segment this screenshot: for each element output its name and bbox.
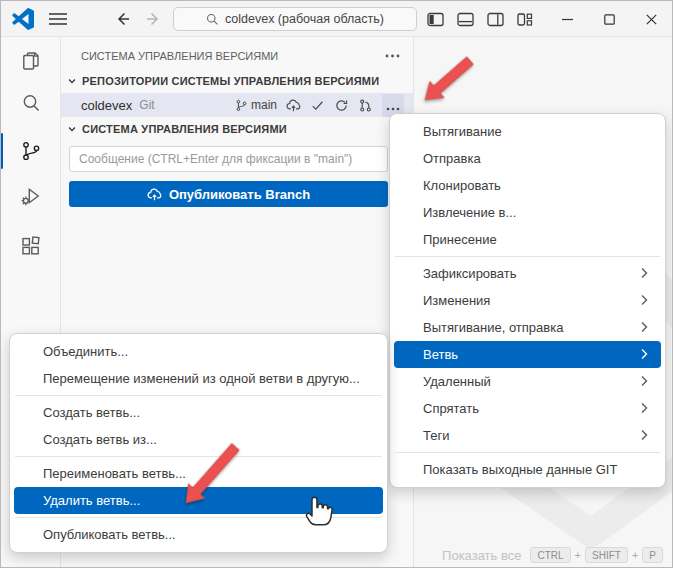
context-menu-item-remote[interactable]: Удаленный [394,368,661,395]
minimize-icon[interactable] [546,1,588,37]
menu-item-label: Зафиксировать [423,266,517,281]
menu-item-label: Теги [423,428,449,443]
submenu-chevron-icon [641,267,648,279]
context-menu-item-push[interactable]: Отправка [394,145,661,172]
layout-panel-icon[interactable] [450,6,480,32]
context-menu-item-branch[interactable]: Ветвь [394,341,661,368]
customize-layout-icon[interactable] [510,6,540,32]
show-all-commands-link[interactable]: Показать все [442,548,521,563]
branch-submenu: Объединить...Перемещение изменений из од… [9,333,388,553]
search-value: coldevex (рабочая область) [225,12,384,26]
menu-item-label: Спрятать [423,401,479,416]
context-menu-item-show-git-output[interactable]: Показать выходные данные GIT [394,456,661,483]
branch-submenu-separator [15,456,382,457]
repository-row[interactable]: coldevex Git main [61,93,413,117]
panel-header: СИСТЕМА УПРАВЛЕНИЯ ВЕРСИЯМИ [61,43,413,69]
keycap-ctrl: CTRL [530,547,570,563]
publish-cloud-icon[interactable] [286,98,301,113]
keycap-shift: SHIFT [585,547,628,563]
branch-submenu-item-create-branch-from[interactable]: Создать ветвь из... [14,426,383,453]
branch-submenu-separator [15,395,382,396]
refresh-icon[interactable] [334,98,349,113]
command-palette-hint: Показать все CTRL+SHIFT+P [442,547,663,563]
menu-item-label: Клонировать [423,178,501,193]
layout-sidebar-left-icon[interactable] [420,6,450,32]
submenu-chevron-icon [641,321,648,333]
close-icon[interactable] [630,1,672,37]
menu-item-label: Перемещение изменений из одной ветви в д… [43,371,360,386]
publish-branch-button[interactable]: Опубликовать Branch [69,181,388,207]
source-control-icon [19,139,43,163]
menu-item-label: Изменения [423,293,490,308]
chevron-down-icon [67,124,77,134]
commit-message-input[interactable] [69,146,388,172]
key-separator: + [632,549,638,561]
branch-submenu-item-merge[interactable]: Объединить... [14,338,383,365]
menu-item-label: Переименовать ветвь... [43,466,186,481]
menu-item-label: Удаленный [423,374,491,389]
context-menu-item-stash[interactable]: Спрятать [394,395,661,422]
checkout-branch-action[interactable]: main [235,98,277,113]
submenu-chevron-icon [641,348,648,360]
git-more-actions-menu: ВытягиваниеОтправкаКлонироватьИзвлечение… [389,113,666,488]
sidebar-item-extensions[interactable] [1,229,60,263]
vscode-logo [12,8,34,30]
source-control-graph-icon[interactable] [358,98,373,113]
branch-submenu-item-publish-branch[interactable]: Опубликовать ветвь... [14,521,383,548]
repo-provider: Git [139,98,154,112]
menu-item-label: Извлечение в... [423,205,516,220]
commit-check-icon[interactable] [310,98,325,113]
context-menu-item-pull-push[interactable]: Вытягивание, отправка [394,314,661,341]
section-title: СИСТЕМА УПРАВЛЕНИЯ ВЕРСИЯМИ [82,123,287,135]
menu-item-label: Вытягивание, отправка [423,320,563,335]
branch-submenu-item-delete-branch[interactable]: Удалить ветвь... [14,487,383,514]
context-menu-separator [395,256,660,257]
context-menu-item-tags[interactable]: Теги [394,422,661,449]
publish-branch-label: Опубликовать Branch [169,187,310,202]
sidebar-item-run-debug[interactable] [1,179,60,213]
branch-submenu-item-rename-branch[interactable]: Переименовать ветвь... [14,460,383,487]
menu-item-label: Удалить ветвь... [43,493,140,508]
repo-actions: main [235,94,404,117]
titlebar: coldevex (рабочая область) [1,1,672,37]
search-icon [19,91,43,115]
context-menu-item-commit[interactable]: Зафиксировать [394,260,661,287]
search-icon [206,13,219,26]
context-menu-item-changes[interactable]: Изменения [394,287,661,314]
menu-icon[interactable] [48,10,68,28]
layout-sidebar-right-icon[interactable] [480,6,510,32]
files-icon [19,49,43,73]
menu-item-label: Опубликовать ветвь... [43,527,176,542]
context-menu-item-clone[interactable]: Клонировать [394,172,661,199]
command-center-search[interactable]: coldevex (рабочая область) [173,7,417,31]
maximize-icon[interactable] [588,1,630,37]
extensions-icon [19,234,43,258]
sidebar-item-search[interactable] [1,86,60,120]
menu-item-label: Вытягивание [423,124,502,139]
repo-name: coldevex [81,98,132,113]
submenu-chevron-icon [641,402,648,414]
context-menu-item-checkout-to[interactable]: Извлечение в... [394,199,661,226]
section-title: РЕПОЗИТОРИИ СИСТЕМЫ УПРАВЛЕНИЯ ВЕРСИЯМИ [82,75,379,87]
context-menu-separator [395,452,660,453]
more-actions-icon[interactable] [385,54,400,58]
context-menu-item-fetch[interactable]: Принесение [394,226,661,253]
branch-submenu-item-create-branch[interactable]: Создать ветвь... [14,399,383,426]
submenu-chevron-icon [641,294,648,306]
menu-item-label: Создать ветвь... [43,405,140,420]
branch-submenu-item-rebase[interactable]: Перемещение изменений из одной ветви в д… [14,365,383,392]
context-menu-item-pull[interactable]: Вытягивание [394,118,661,145]
forward-icon[interactable] [143,9,163,29]
keycap-p: P [642,547,663,563]
back-icon[interactable] [113,9,133,29]
titlebar-controls [420,1,672,37]
submenu-chevron-icon [641,375,648,387]
panel-title: СИСТЕМА УПРАВЛЕНИЯ ВЕРСИЯМИ [81,50,278,62]
section-scm[interactable]: СИСТЕМА УПРАВЛЕНИЯ ВЕРСИЯМИ [61,117,413,141]
branch-submenu-separator [15,517,382,518]
git-branch-icon [235,98,248,113]
section-repositories[interactable]: РЕПОЗИТОРИИ СИСТЕМЫ УПРАВЛЕНИЯ ВЕРСИЯМИ [61,69,413,93]
sidebar-item-source-control[interactable] [1,134,60,168]
menu-item-label: Ветвь [423,347,458,362]
sidebar-item-explorer[interactable] [1,44,60,78]
